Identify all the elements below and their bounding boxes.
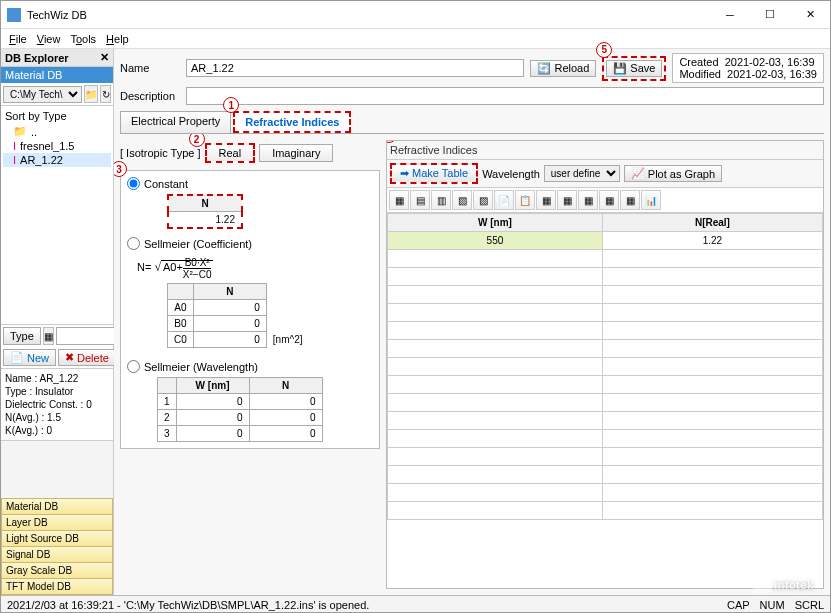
subtab-real[interactable]: 2 Real <box>205 143 256 163</box>
tool-13[interactable]: 📊 <box>641 190 661 210</box>
radio-constant[interactable] <box>127 177 140 190</box>
tab-electrical[interactable]: Electrical Property <box>120 111 231 133</box>
callout-2: 2 <box>189 134 205 147</box>
db-material[interactable]: Material DB <box>1 498 113 515</box>
wavelength-select[interactable]: user define <box>544 165 620 182</box>
tool-10[interactable]: ▦ <box>578 190 598 210</box>
tree-item-fresnel[interactable]: I fresnel_1.5 <box>3 139 111 153</box>
make-table-button[interactable]: ➡ Make Table <box>390 163 478 184</box>
tool-4[interactable]: ▧ <box>452 190 472 210</box>
sw3n[interactable] <box>256 428 316 439</box>
tool-7[interactable]: 📋 <box>515 190 535 210</box>
ri-table[interactable]: W [nm]N[Real] 5501.22 <box>387 213 823 520</box>
menu-help[interactable]: Help <box>106 33 129 45</box>
tool-2[interactable]: ▤ <box>410 190 430 210</box>
sellw-label: Sellmeier (Wavelength) <box>144 361 258 373</box>
tab-refractive[interactable]: 1 Refractive Indices <box>233 111 351 133</box>
sw2w[interactable] <box>183 412 243 423</box>
desc-label: Description <box>120 90 180 102</box>
db-tft[interactable]: TFT Model DB <box>1 578 113 595</box>
callout-4: 4 <box>386 140 397 143</box>
sw3w[interactable] <box>183 428 243 439</box>
constant-label: Constant <box>144 178 188 190</box>
callout-3: 3 <box>114 161 127 177</box>
reload-button[interactable]: 🔄 Reload <box>530 60 596 77</box>
iso-label: [ Isotropic Type ] <box>120 147 201 159</box>
dates-box: Created 2021-02-03, 16:39 Modified 2021-… <box>672 53 824 83</box>
sw2n[interactable] <box>256 412 316 423</box>
type-icon1[interactable]: ▦ <box>43 327 54 345</box>
tool-3[interactable]: ▥ <box>431 190 451 210</box>
save-button[interactable]: 💾 Save <box>606 60 662 77</box>
delete-button[interactable]: ✖ Delete <box>58 349 116 366</box>
status-num: NUM <box>760 599 785 611</box>
radio-sellmeier-coef[interactable] <box>127 237 140 250</box>
radio-sellmeier-wave[interactable] <box>127 360 140 373</box>
tool-9[interactable]: ▦ <box>557 190 577 210</box>
sw1w[interactable] <box>183 396 243 407</box>
tree-up[interactable]: 📁 .. <box>3 124 111 139</box>
sort-label: Sort by Type <box>3 108 111 124</box>
info-panel: Name : AR_1.22 Type : Insulator Dielectr… <box>1 368 113 441</box>
name-label: Name <box>120 62 180 74</box>
wavelength-label: Wavelength <box>482 168 540 180</box>
menu-tools[interactable]: Tools <box>70 33 96 45</box>
panel-close-icon[interactable]: ✕ <box>100 51 109 64</box>
tool-6[interactable]: 📄 <box>494 190 514 210</box>
tool-1[interactable]: ▦ <box>389 190 409 210</box>
db-gray[interactable]: Gray Scale DB <box>1 562 113 579</box>
status-cap: CAP <box>727 599 750 611</box>
ri-title: Refractive Indices <box>390 144 477 156</box>
b0-input[interactable] <box>200 318 260 329</box>
sidebar-active-tab[interactable]: Material DB <box>1 67 113 83</box>
folder-icon[interactable]: 📁 <box>84 85 98 103</box>
sellc-label: Sellmeier (Coefficient) <box>144 238 252 250</box>
tool-5[interactable]: ▨ <box>473 190 493 210</box>
new-button[interactable]: 📄 New <box>3 349 56 366</box>
tool-12[interactable]: ▦ <box>620 190 640 210</box>
tree-item-ar[interactable]: I AR_1.22 <box>3 153 111 167</box>
close-button[interactable]: ✕ <box>790 1 830 29</box>
maximize-button[interactable]: ☐ <box>750 1 790 29</box>
callout-5: 5 <box>596 42 612 58</box>
db-signal[interactable]: Signal DB <box>1 546 113 563</box>
db-explorer-label: DB Explorer <box>5 52 69 64</box>
toolbar: ▦▤▥▧▨📄📋▦▦▦▦▦📊 <box>387 188 823 213</box>
status-scrl: SCRL <box>795 599 824 611</box>
plot-button[interactable]: 📈 Plot as Graph <box>624 165 722 182</box>
c0-input[interactable] <box>200 334 260 345</box>
sellmeier-formula: N= √A0+B0·X²X²−C0 <box>127 254 373 283</box>
menu-file[interactable]: File <box>9 33 27 45</box>
path-select[interactable]: C:\My Tech\ <box>3 86 82 103</box>
a0-input[interactable] <box>200 302 260 313</box>
app-icon <box>7 8 21 22</box>
desc-input[interactable] <box>186 87 824 105</box>
type-button[interactable]: Type <box>3 327 41 345</box>
status-text: 2021/2/03 at 16:39:21 - 'C:\My TechWiz\D… <box>7 599 369 611</box>
sw1n[interactable] <box>256 396 316 407</box>
refresh-icon[interactable]: ↻ <box>100 85 111 103</box>
const-col-n: N <box>168 195 242 212</box>
const-value[interactable] <box>175 214 235 225</box>
window-title: TechWiz DB <box>27 9 710 21</box>
subtab-imaginary[interactable]: Imaginary <box>259 144 333 162</box>
db-light[interactable]: Light Source DB <box>1 530 113 547</box>
minimize-button[interactable]: ─ <box>710 1 750 29</box>
db-layer[interactable]: Layer DB <box>1 514 113 531</box>
tool-11[interactable]: ▦ <box>599 190 619 210</box>
tool-8[interactable]: ▦ <box>536 190 556 210</box>
name-input[interactable] <box>186 59 524 77</box>
menu-view[interactable]: View <box>37 33 61 45</box>
callout-1: 1 <box>223 97 239 113</box>
